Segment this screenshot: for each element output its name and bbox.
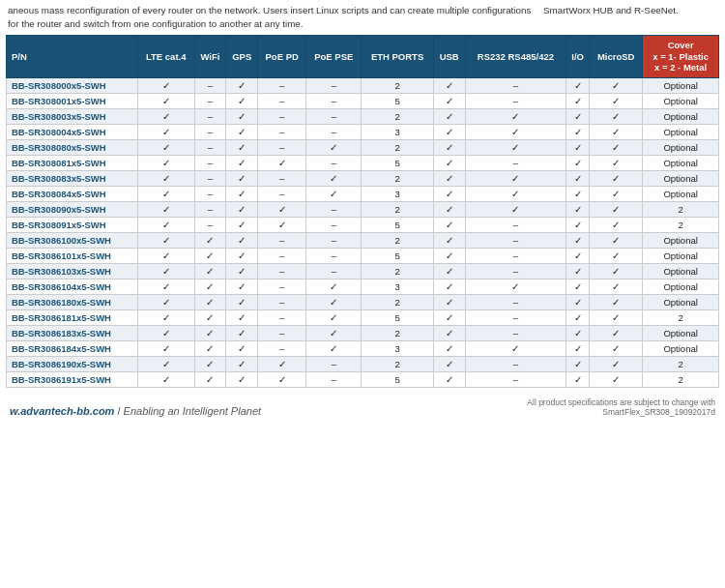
cell-cover: Optional <box>643 248 719 263</box>
cell-poe_pse: ✓ <box>306 170 362 186</box>
product-table: P/N LTE cat.4 WiFi GPS PoE PD PoE PSE ET… <box>6 35 719 387</box>
cell-gps: ✓ <box>226 248 258 263</box>
cell-microsd: ✓ <box>590 217 643 232</box>
cell-eth: 5 <box>362 309 433 325</box>
cell-lte: ✓ <box>137 309 194 325</box>
cell-io: ✓ <box>566 325 590 340</box>
cell-gps: ✓ <box>226 356 258 371</box>
cell-pn: BB-SR308083x5-SWH <box>7 170 138 186</box>
cell-gps: ✓ <box>226 217 258 232</box>
cell-lte: ✓ <box>137 356 194 371</box>
table-row: BB-SR308080x5-SWH✓–✓–✓2✓✓✓✓Optional <box>7 139 719 155</box>
cell-poe_pd: ✓ <box>258 217 306 232</box>
top-text-content: aneous mass reconfiguration of every rou… <box>8 5 531 29</box>
table-row: BB-SR3086180x5-SWH✓✓✓–✓2✓–✓✓Optional <box>7 294 719 309</box>
cell-io: ✓ <box>566 155 590 170</box>
cell-eth: 2 <box>362 356 433 371</box>
cell-cover: Optional <box>643 279 719 294</box>
cell-pn: BB-SR308003x5-SWH <box>7 108 138 124</box>
cell-gps: ✓ <box>226 108 258 124</box>
cell-poe_pse: ✓ <box>306 340 362 356</box>
cell-microsd: ✓ <box>590 155 643 170</box>
header-pn: P/N <box>7 36 138 77</box>
cell-wifi: ✓ <box>194 263 226 279</box>
cell-rs232: – <box>465 294 566 309</box>
table-row: BB-SR308083x5-SWH✓–✓–✓2✓✓✓✓Optional <box>7 170 719 186</box>
cell-usb: ✓ <box>433 201 465 217</box>
cell-microsd: ✓ <box>590 139 643 155</box>
cell-rs232: ✓ <box>465 340 566 356</box>
cell-poe_pse: – <box>306 201 362 217</box>
cell-usb: ✓ <box>433 263 465 279</box>
cell-lte: ✓ <box>137 77 194 93</box>
cell-rs232: ✓ <box>465 201 566 217</box>
cell-rs232: ✓ <box>465 124 566 139</box>
cell-io: ✓ <box>566 263 590 279</box>
cell-poe_pd: – <box>258 186 306 201</box>
cell-cover: Optional <box>643 108 719 124</box>
cell-microsd: ✓ <box>590 279 643 294</box>
cell-poe_pse: – <box>306 108 362 124</box>
cell-usb: ✓ <box>433 186 465 201</box>
cell-lte: ✓ <box>137 170 194 186</box>
cell-lte: ✓ <box>137 217 194 232</box>
cell-wifi: – <box>194 93 226 108</box>
cell-gps: ✓ <box>226 170 258 186</box>
cell-lte: ✓ <box>137 248 194 263</box>
top-text-right-content: SmartWorx HUB and R-SeeNet. <box>543 5 679 15</box>
cell-pn: BB-SR3086183x5-SWH <box>7 325 138 340</box>
cell-cover: Optional <box>643 232 719 248</box>
header-gps: GPS <box>226 36 258 77</box>
cell-eth: 3 <box>362 279 433 294</box>
footer-left: w.advantech-bb.com / Enabling an Intelli… <box>10 405 261 417</box>
cell-rs232: – <box>465 77 566 93</box>
cell-gps: ✓ <box>226 371 258 387</box>
table-row: BB-SR308004x5-SWH✓–✓––3✓✓✓✓Optional <box>7 124 719 139</box>
cell-gps: ✓ <box>226 325 258 340</box>
cell-pn: BB-SR3086191x5-SWH <box>7 371 138 387</box>
cell-poe_pse: – <box>306 356 362 371</box>
cell-rs232: – <box>465 356 566 371</box>
cell-usb: ✓ <box>433 325 465 340</box>
table-row: BB-SR3086183x5-SWH✓✓✓–✓2✓–✓✓Optional <box>7 325 719 340</box>
product-table-container: P/N LTE cat.4 WiFi GPS PoE PD PoE PSE ET… <box>0 35 725 387</box>
cell-gps: ✓ <box>226 232 258 248</box>
footer: w.advantech-bb.com / Enabling an Intelli… <box>0 392 725 421</box>
cell-io: ✓ <box>566 309 590 325</box>
cell-gps: ✓ <box>226 77 258 93</box>
cell-microsd: ✓ <box>590 309 643 325</box>
header-microsd: MicroSD <box>590 36 643 77</box>
header-poe-pse: PoE PSE <box>306 36 362 77</box>
table-row: BB-SR308084x5-SWH✓–✓–✓3✓✓✓✓Optional <box>7 186 719 201</box>
cell-poe_pse: – <box>306 124 362 139</box>
cell-wifi: ✓ <box>194 294 226 309</box>
cell-poe_pse: – <box>306 93 362 108</box>
cell-eth: 2 <box>362 77 433 93</box>
cell-lte: ✓ <box>137 186 194 201</box>
cell-poe_pd: – <box>258 340 306 356</box>
cell-io: ✓ <box>566 279 590 294</box>
cell-pn: BB-SR3086101x5-SWH <box>7 248 138 263</box>
cell-eth: 2 <box>362 232 433 248</box>
cell-microsd: ✓ <box>590 77 643 93</box>
cell-io: ✓ <box>566 93 590 108</box>
cell-lte: ✓ <box>137 279 194 294</box>
cell-usb: ✓ <box>433 340 465 356</box>
cell-wifi: ✓ <box>194 325 226 340</box>
cell-poe_pse: ✓ <box>306 139 362 155</box>
cell-rs232: ✓ <box>465 186 566 201</box>
cell-gps: ✓ <box>226 294 258 309</box>
cell-lte: ✓ <box>137 232 194 248</box>
cell-microsd: ✓ <box>590 371 643 387</box>
footer-site: w.advantech-bb.com <box>10 405 114 417</box>
header-cover: Coverx = 1- Plasticx = 2 - Metal <box>643 36 719 77</box>
cell-rs232: – <box>465 93 566 108</box>
cell-microsd: ✓ <box>590 263 643 279</box>
cell-io: ✓ <box>566 170 590 186</box>
table-row: BB-SR3086104x5-SWH✓✓✓–✓3✓✓✓✓Optional <box>7 279 719 294</box>
cell-pn: BB-SR308084x5-SWH <box>7 186 138 201</box>
cell-lte: ✓ <box>137 124 194 139</box>
cell-poe_pd: – <box>258 309 306 325</box>
cell-eth: 2 <box>362 139 433 155</box>
cell-poe_pd: – <box>258 77 306 93</box>
